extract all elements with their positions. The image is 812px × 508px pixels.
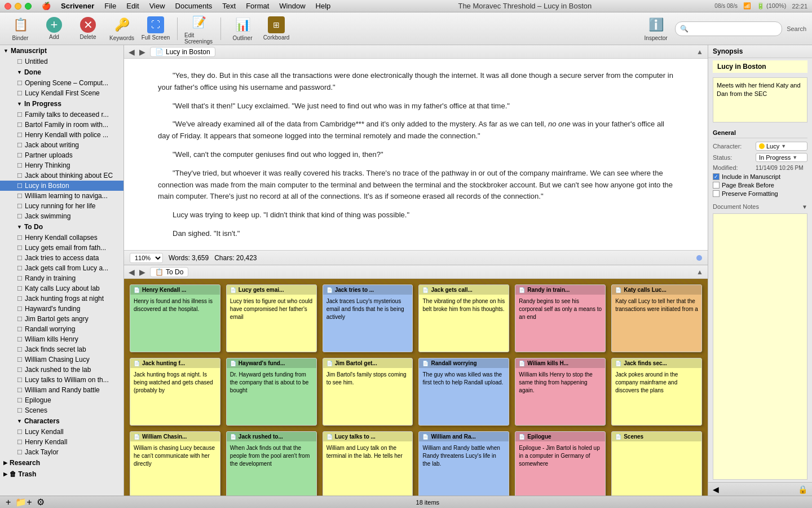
card-lucy-email[interactable]: 📄 Lucy gets emai... Lucy tries to figure… [226, 284, 317, 352]
menu-file[interactable]: File [100, 1, 121, 11]
sidebar-item-henry-collapses[interactable]: ☐ Henry Kendall collapses [0, 233, 123, 243]
sidebar-item-henry-k[interactable]: ☐ Henry Kendall [0, 437, 123, 447]
menu-text[interactable]: Text [218, 1, 240, 11]
corkboard-nav-next[interactable]: ▶ [139, 268, 145, 277]
preserve-checkbox[interactable] [713, 190, 720, 197]
card-katy[interactable]: 📄 Katy calls Luc... Katy call Lucy to te… [611, 284, 702, 352]
sidebar-item-jack-secret[interactable]: ☐ Jack finds secret lab [0, 344, 123, 354]
card-randy[interactable]: 📄 Randy in train... Randy begins to see … [515, 284, 606, 352]
sidebar-item-opening-scene[interactable]: ☐ Opening Scene – Comput... [0, 78, 123, 88]
doc-nav-next[interactable]: ▶ [139, 47, 145, 56]
doc-collapse-icon[interactable]: ▲ [696, 48, 703, 56]
sidebar-item-lucy-k[interactable]: ☐ Lucy Kendall [0, 427, 123, 437]
sidebar-item-jack-rushed[interactable]: ☐ Jack rushed to the lab [0, 365, 123, 375]
doc-notes-arrow[interactable]: ▼ [802, 204, 807, 210]
page-break-checkbox[interactable] [713, 182, 720, 189]
sidebar-item-william-randy-battle[interactable]: ☐ William and Randy battle [0, 385, 123, 395]
menu-edit[interactable]: Edit [122, 1, 143, 11]
sidebar-item-jack-hunting[interactable]: ☐ Jack hunting frogs at night [0, 294, 123, 304]
fullscreen-button[interactable] [25, 3, 32, 10]
sidebar-item-william-chasing[interactable]: ☐ William Chasing Lucy [0, 354, 123, 365]
add-status-btn[interactable]: + [6, 497, 11, 507]
sidebar-item-lucy-william[interactable]: ☐ Lucy talks to William on th... [0, 375, 123, 385]
corkboard-button[interactable]: ⊞ Corkboard [262, 16, 291, 41]
status-selector[interactable]: In Progress ▼ [756, 153, 807, 162]
sidebar-item-william-navi[interactable]: ☐ William learning to naviga... [0, 191, 123, 201]
card-jack-call[interactable]: 📄 Jack gets call... The vibrating of the… [418, 284, 509, 352]
card-scenes[interactable]: 📄 Scenes [611, 431, 702, 496]
add-button[interactable]: + Add [39, 17, 69, 40]
sidebar-item-randy-training[interactable]: ☐ Randy in training [0, 273, 123, 283]
card-henry-kendall[interactable]: 📄 Henry Kendall ... Henry is found and h… [130, 284, 220, 352]
sidebar-item-henry-kendall-police[interactable]: ☐ Henry Kendall with police ... [0, 130, 123, 140]
menu-format[interactable]: Format [241, 1, 273, 11]
sidebar-item-jim-angry[interactable]: ☐ Jim Bartol gets angry [0, 314, 123, 324]
edit-screenings-button[interactable]: 📝 Edit Screenings [184, 13, 214, 45]
card-randall-worrying[interactable]: 📄 Randall worrying The guy who was kille… [418, 358, 509, 426]
sidebar-item-lucy-email[interactable]: ☐ Lucy gets email from fath... [0, 243, 123, 253]
inspector-button[interactable]: ℹ️ Inspector [641, 16, 670, 41]
card-epilogue[interactable]: 📄 Epilogue Epilogue - Jim Bartol is hole… [515, 431, 606, 496]
corkboard-nav-prev[interactable]: ◀ [129, 268, 135, 277]
sidebar-item-partner-uploads[interactable]: ☐ Partner uploads [0, 150, 123, 160]
doc-scroll[interactable]: "Yes, they do. But in this case all the … [124, 59, 708, 250]
card-william-randy[interactable]: 📄 William and Ra... William and Randy ba… [418, 431, 509, 496]
sidebar-item-family-talks[interactable]: ☐ Family talks to deceased r... [0, 110, 123, 120]
delete-button[interactable]: ✕ Delete [73, 17, 103, 40]
search-input[interactable] [691, 23, 775, 34]
sidebar-item-epilogue[interactable]: ☐ Epilogue [0, 395, 123, 405]
sidebar-group-manuscript[interactable]: ▼ Manuscript [0, 45, 123, 56]
sidebar-item-untitled[interactable]: ☐ Untitled [0, 56, 123, 67]
card-jack-rushed[interactable]: 📄 Jack rushed to... When Jack finds out … [226, 431, 317, 496]
outliner-button[interactable]: 📊 Outliner [228, 16, 257, 41]
settings-status-btn[interactable]: ⚙ [37, 497, 45, 507]
zoom-select[interactable]: 110% 100% 125% [130, 253, 163, 263]
card-jack-tries[interactable]: 📄 Jack tries to ... Jack traces Lucy's m… [323, 284, 413, 352]
keywords-button[interactable]: 🔑 Keywords [107, 16, 136, 41]
menu-window[interactable]: Window [275, 1, 310, 11]
sidebar-item-henry-thinking[interactable]: ☐ Henry Thinking [0, 160, 123, 170]
card-william-kills[interactable]: 📄 Wiliam kills H... William kills Henry … [515, 358, 606, 426]
card-lucy-talks[interactable]: 📄 Lucy talks to ... William and Lucy tal… [323, 431, 413, 496]
include-checkbox[interactable]: ✓ [713, 173, 720, 180]
inspector-tab-lock[interactable]: 🔒 [798, 485, 807, 494]
app-name[interactable]: 🍎 [37, 1, 55, 11]
sidebar-item-randall-worrying[interactable]: ☐ Randall worrying [0, 324, 123, 334]
sidebar-item-bartol-family[interactable]: ☐ Bartol Family in room with... [0, 120, 123, 130]
sidebar-group-characters[interactable]: ▼ Characters [0, 415, 123, 427]
doc-notes-area[interactable] [713, 213, 807, 480]
sidebar-item-jack-swimming[interactable]: ☐ Jack swimming [0, 211, 123, 221]
binder-button[interactable]: 📋 Binder [6, 16, 35, 41]
menu-view[interactable]: View [145, 1, 170, 11]
card-william-chasing[interactable]: 📄 William Chasin... William is chasing L… [130, 431, 220, 496]
synopsis-area[interactable]: Meets with her friend Katy and Dan from … [713, 77, 807, 122]
close-button[interactable] [5, 3, 11, 10]
sidebar-item-hayward[interactable]: ☐ Hayward's funding [0, 304, 123, 314]
doc-nav-prev[interactable]: ◀ [129, 47, 135, 56]
sidebar-group-trash[interactable]: ▶ 🗑 Trash [0, 468, 123, 480]
sidebar-item-jack-t[interactable]: ☐ Jack Taylor [0, 447, 123, 457]
sidebar-group-todo[interactable]: ▼ To Do [0, 221, 123, 233]
sidebar-item-jack-writing[interactable]: ☐ Jack about writing [0, 140, 123, 150]
sidebar-item-katy-calls[interactable]: ☐ Katy calls Lucy about lab [0, 283, 123, 294]
sidebar-item-lucy-first-scene[interactable]: ☐ Lucy Kendall First Scene [0, 88, 123, 98]
menu-documents[interactable]: Documents [171, 1, 217, 11]
fullscreen-button[interactable]: ⛶ Full Screen [141, 16, 170, 41]
traffic-lights[interactable] [5, 3, 32, 10]
sidebar-group-done[interactable]: ▼ Done [0, 67, 123, 78]
card-jim-bartol[interactable]: 📄 Jim Bartol get... Jim Bartol's family … [323, 358, 413, 426]
menu-help[interactable]: Help [311, 1, 336, 11]
sidebar-item-lucy-boston[interactable]: ☐ Lucy in Boston [0, 181, 123, 191]
sidebar-item-jack-ec[interactable]: ☐ Jack about thinking about EC [0, 170, 123, 181]
minimize-button[interactable] [15, 3, 21, 10]
sidebar-item-lucy-running[interactable]: ☐ Lucy running for her life [0, 201, 123, 211]
inspector-tab-prev[interactable]: ◀ [713, 485, 719, 494]
card-hayward[interactable]: 📄 Hayward's fund... Dr. Hayward gets fun… [226, 358, 317, 426]
sidebar-item-jack-call[interactable]: ☐ Jack gets call from Lucy a... [0, 263, 123, 273]
sidebar-item-scenes[interactable]: ☐ Scenes [0, 405, 123, 415]
sidebar-group-research[interactable]: ▶ Research [0, 457, 123, 468]
card-jack-secret[interactable]: 📄 Jack finds sec... Jack pokes around in… [611, 358, 702, 426]
add-folder-btn[interactable]: 📁+ [15, 497, 32, 507]
corkboard-collapse-icon[interactable]: ▲ [696, 268, 703, 276]
sidebar-group-in-progress[interactable]: ▼ In Progress [0, 98, 123, 110]
